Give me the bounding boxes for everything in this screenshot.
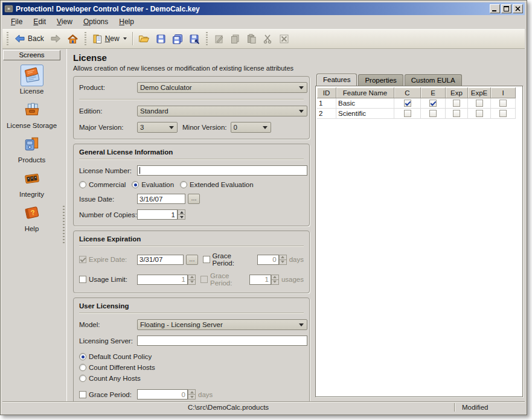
spin-down-button[interactable]: [279, 260, 287, 265]
table-row[interactable]: 1 Basic: [317, 98, 521, 109]
spin-down-button[interactable]: [188, 395, 196, 399]
spin-down-button[interactable]: [178, 215, 185, 220]
commercial-radio[interactable]: [79, 181, 86, 188]
spin-up-button[interactable]: [188, 275, 196, 280]
window-body: Screens License License Storage Products: [2, 49, 525, 401]
tab-properties[interactable]: Properties: [358, 74, 403, 86]
column-header-c[interactable]: C: [394, 88, 421, 98]
menu-edit[interactable]: Edit: [28, 16, 52, 28]
usage-grace-spinner[interactable]: 1: [249, 275, 279, 285]
sidebar-item-products[interactable]: Products: [2, 133, 61, 164]
text-caret: [139, 167, 140, 174]
extended-evaluation-radio[interactable]: [180, 181, 187, 188]
usage-limit-spinner[interactable]: 1: [137, 275, 196, 285]
usage-limit-checkbox[interactable]: [79, 276, 86, 283]
minimize-button[interactable]: [490, 4, 500, 13]
spin-up-button[interactable]: [279, 255, 287, 260]
expiration-grace-days-spinner[interactable]: 0: [257, 255, 287, 265]
feature-e-checkbox[interactable]: [429, 110, 437, 117]
sidebar-item-label: Products: [18, 156, 45, 164]
feature-expe-checkbox[interactable]: [476, 100, 483, 107]
usage-grace-checkbox[interactable]: [200, 276, 208, 283]
cell-c: [394, 98, 421, 109]
count-any-hosts-radio[interactable]: [79, 375, 86, 382]
default-count-policy-radio[interactable]: [79, 353, 86, 360]
column-header-i[interactable]: I: [491, 88, 516, 98]
save-button[interactable]: [153, 32, 169, 46]
cut-button[interactable]: [260, 32, 276, 46]
menu-options[interactable]: Options: [79, 16, 114, 28]
issue-date-browse-button[interactable]: ...: [188, 194, 200, 204]
feature-expe-checkbox[interactable]: [476, 110, 483, 117]
sidebar-item-help[interactable]: ? Help: [2, 202, 61, 232]
spin-down-button[interactable]: [188, 280, 196, 285]
expire-date-input[interactable]: 3/31/07: [137, 255, 184, 265]
tab-custom-eula[interactable]: Custom EULA: [405, 74, 462, 86]
up-arrow-icon: [190, 276, 194, 278]
expiration-grace-days-checkbox[interactable]: [203, 256, 210, 263]
save-all-button[interactable]: [169, 32, 186, 46]
down-arrow-icon: [190, 281, 194, 283]
expire-date-browse-button[interactable]: ...: [186, 255, 197, 265]
open-button[interactable]: [135, 32, 153, 45]
table-row[interactable]: 2 Scientific: [317, 109, 521, 119]
statusbar: C:\src\DemoCalc.products Modified: [2, 401, 525, 413]
column-header-e[interactable]: E: [421, 88, 446, 98]
sidebar-splitter[interactable]: [61, 49, 66, 401]
minor-version-combo[interactable]: 0: [231, 122, 271, 133]
maximize-button[interactable]: [501, 4, 511, 13]
features-table-panel: ID Feature Name C E Exp ExpE I 1 Basic: [315, 86, 523, 397]
column-header-feature-name[interactable]: Feature Name: [336, 88, 394, 98]
column-header-id[interactable]: ID: [317, 88, 336, 98]
column-header-exp[interactable]: Exp: [446, 88, 468, 98]
spin-down-button[interactable]: [271, 280, 279, 285]
feature-c-checkbox[interactable]: [404, 110, 411, 117]
save-as-button[interactable]: [186, 32, 203, 46]
feature-e-checkbox[interactable]: [429, 100, 437, 107]
copy-button[interactable]: [227, 32, 243, 46]
licensing-server-label: Licensing Server:: [79, 337, 137, 345]
home-button[interactable]: [64, 32, 82, 46]
column-header-expe[interactable]: ExpE: [468, 88, 491, 98]
menu-file[interactable]: File: [6, 16, 28, 28]
close-button[interactable]: [513, 4, 523, 13]
license-number-input[interactable]: [137, 165, 307, 176]
licensing-server-input[interactable]: [137, 336, 307, 346]
menu-view[interactable]: View: [52, 16, 79, 28]
sidebar-item-license-storage[interactable]: License Storage: [2, 99, 61, 129]
edition-combo[interactable]: Standard: [137, 106, 307, 116]
license-storage-icon: [21, 99, 43, 121]
new-button[interactable]: New: [89, 32, 130, 46]
tab-features[interactable]: Features: [316, 74, 357, 86]
back-button[interactable]: Back: [11, 32, 47, 45]
paste-button[interactable]: [243, 32, 260, 46]
license-form-pane: License Allows creation of new licenses …: [68, 49, 312, 401]
evaluation-radio[interactable]: [132, 181, 139, 188]
user-grace-spinner[interactable]: 0: [137, 389, 196, 399]
feature-c-checkbox[interactable]: [404, 100, 411, 107]
product-combo[interactable]: Demo Calculator: [137, 82, 307, 93]
feature-exp-checkbox[interactable]: [453, 110, 460, 117]
count-different-hosts-radio[interactable]: [79, 364, 86, 371]
expire-date-checkbox[interactable]: [79, 256, 86, 263]
model-combo[interactable]: Floating - Licensing Server: [137, 319, 307, 330]
spin-up-button[interactable]: [178, 209, 185, 215]
sidebar-item-license[interactable]: License: [2, 65, 61, 95]
menu-help[interactable]: Help: [114, 16, 140, 28]
feature-exp-checkbox[interactable]: [453, 100, 460, 107]
sidebar-item-integrity[interactable]: Integrity: [2, 168, 61, 198]
screens-header-button[interactable]: Screens: [3, 50, 60, 60]
feature-i-checkbox[interactable]: [499, 100, 507, 107]
copies-spinner[interactable]: 1: [137, 209, 185, 220]
forward-button[interactable]: [47, 32, 64, 45]
issue-date-input[interactable]: 3/16/07: [137, 194, 185, 204]
spin-up-button[interactable]: [188, 389, 196, 395]
major-version-combo[interactable]: 3: [137, 122, 178, 133]
user-grace-checkbox[interactable]: [79, 391, 86, 398]
edit-button[interactable]: [211, 32, 227, 46]
spin-up-button[interactable]: [271, 275, 279, 280]
delete-button[interactable]: [276, 32, 292, 46]
feature-i-checkbox[interactable]: [499, 110, 507, 117]
menubar: File Edit View Options Help: [2, 15, 525, 29]
chevron-down-icon: [299, 110, 304, 113]
